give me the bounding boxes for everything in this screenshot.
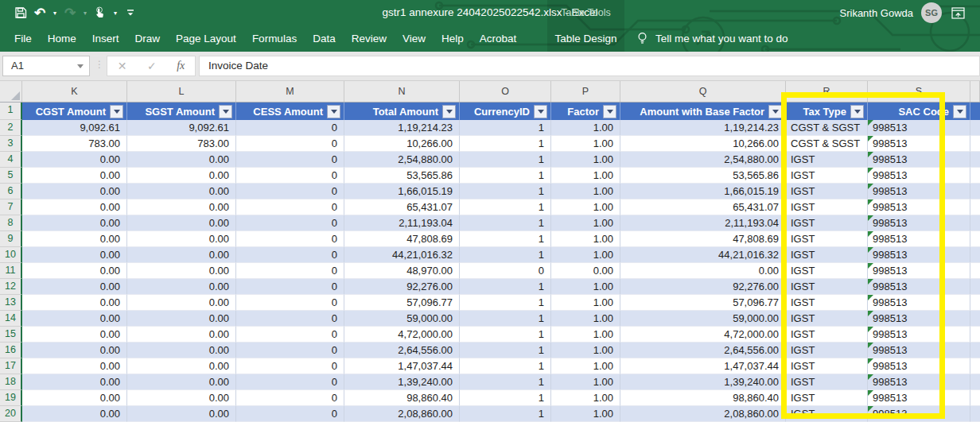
filter-button-N[interactable]: [442, 105, 456, 118]
column-header-S[interactable]: SAC Code: [868, 103, 970, 120]
cell-L16[interactable]: 0.00: [127, 343, 236, 358]
row-header-8[interactable]: 8: [0, 215, 22, 231]
cell-T15[interactable]: [970, 327, 980, 343]
touch-mode-dropdown-caret[interactable]: ▾: [111, 10, 119, 17]
row-header-10[interactable]: 10: [0, 247, 22, 263]
cell-K18[interactable]: 0.00: [22, 374, 127, 390]
cell-T2[interactable]: [970, 120, 980, 136]
cell-S9[interactable]: 998513: [868, 231, 970, 247]
cell-O4[interactable]: 1: [460, 152, 551, 168]
cell-L4[interactable]: 0.00: [127, 152, 236, 168]
cell-K14[interactable]: 0.00: [22, 311, 127, 327]
cell-T18[interactable]: [970, 374, 980, 390]
cell-S19[interactable]: 998513: [868, 390, 970, 406]
cell-Q9[interactable]: 47,808.69: [620, 231, 786, 247]
cell-L8[interactable]: 0.00: [127, 215, 236, 231]
cell-R13[interactable]: IGST: [786, 295, 868, 311]
cell-R16[interactable]: IGST: [786, 343, 868, 358]
filter-button-M[interactable]: [327, 105, 340, 118]
cell-N2[interactable]: 1,19,214.23: [344, 120, 460, 136]
cell-O11[interactable]: 0: [460, 263, 551, 279]
cell-S11[interactable]: 998513: [868, 263, 970, 279]
cell-R4[interactable]: IGST: [786, 152, 868, 168]
cell-L10[interactable]: 0.00: [127, 247, 236, 263]
cell-M12[interactable]: 0: [236, 279, 344, 295]
cell-M11[interactable]: 0: [236, 263, 344, 279]
ribbon-tab-page-layout[interactable]: Page Layout: [168, 25, 244, 52]
cell-P4[interactable]: 1.00: [551, 152, 620, 168]
cell-M14[interactable]: 0: [236, 311, 344, 327]
cell-M8[interactable]: 0: [236, 215, 344, 231]
row-header-4[interactable]: 4: [0, 152, 22, 168]
column-letter-N[interactable]: N: [344, 81, 460, 102]
cell-T16[interactable]: [970, 343, 980, 358]
cell-N20[interactable]: 2,08,860.00: [344, 406, 460, 422]
column-letter-M[interactable]: M: [236, 81, 344, 102]
cell-M16[interactable]: 0: [236, 343, 344, 358]
filter-button-P[interactable]: [603, 105, 616, 118]
cell-O5[interactable]: 1: [460, 168, 551, 184]
cell-R17[interactable]: IGST: [786, 358, 868, 374]
formula-input[interactable]: Invoice Date: [199, 56, 980, 76]
cell-R2[interactable]: CGST & SGST: [786, 120, 868, 136]
cell-M3[interactable]: 0: [236, 136, 344, 152]
cell-T12[interactable]: [970, 279, 980, 295]
cell-N7[interactable]: 65,431.07: [344, 199, 460, 215]
row-header-9[interactable]: 9: [0, 231, 22, 247]
avatar[interactable]: SG: [921, 2, 942, 23]
cell-M17[interactable]: 0: [236, 358, 344, 374]
cell-P16[interactable]: 1.00: [551, 343, 620, 358]
column-letter-L[interactable]: L: [127, 81, 236, 102]
cell-T6[interactable]: [970, 184, 980, 199]
cell-R5[interactable]: IGST: [786, 168, 868, 184]
cell-Q14[interactable]: 59,000.00: [620, 311, 786, 327]
cell-N8[interactable]: 2,11,193.04: [344, 215, 460, 231]
cell-O3[interactable]: 1: [460, 136, 551, 152]
column-letter-S[interactable]: S: [868, 81, 970, 102]
cell-L7[interactable]: 0.00: [127, 199, 236, 215]
column-header-P[interactable]: Factor: [551, 103, 620, 120]
cell-L14[interactable]: 0.00: [127, 311, 236, 327]
cell-O16[interactable]: 1: [460, 343, 551, 358]
cell-T13[interactable]: [970, 295, 980, 311]
row-header-18[interactable]: 18: [0, 374, 22, 390]
cell-O10[interactable]: 1: [460, 247, 551, 263]
cell-L11[interactable]: 0.00: [127, 263, 236, 279]
column-header-partial[interactable]: [970, 103, 980, 120]
row-header-12[interactable]: 12: [0, 279, 22, 295]
cell-T10[interactable]: [970, 247, 980, 263]
cell-L2[interactable]: 9,092.61: [127, 120, 236, 136]
cell-M13[interactable]: 0: [236, 295, 344, 311]
cell-O8[interactable]: 1: [460, 215, 551, 231]
column-header-R[interactable]: Tax Type: [786, 103, 868, 120]
row-header-20[interactable]: 20: [0, 406, 22, 422]
cell-K17[interactable]: 0.00: [22, 358, 127, 374]
cell-R10[interactable]: IGST: [786, 247, 868, 263]
cell-L17[interactable]: 0.00: [127, 358, 236, 374]
cell-S3[interactable]: 998513: [868, 136, 970, 152]
cell-O13[interactable]: 1: [460, 295, 551, 311]
cell-S6[interactable]: 998513: [868, 184, 970, 199]
cell-Q4[interactable]: 2,54,880.00: [620, 152, 786, 168]
cell-N6[interactable]: 1,66,015.19: [344, 184, 460, 199]
cell-Q10[interactable]: 44,21,016.32: [620, 247, 786, 263]
column-letter-K[interactable]: K: [22, 81, 127, 102]
cell-Q6[interactable]: 1,66,015.19: [620, 184, 786, 199]
filter-button-R[interactable]: [850, 105, 864, 118]
cell-L13[interactable]: 0.00: [127, 295, 236, 311]
filter-button-Q[interactable]: [768, 105, 782, 118]
cell-P9[interactable]: 1.00: [551, 231, 620, 247]
cell-P15[interactable]: 1.00: [551, 327, 620, 343]
cell-O9[interactable]: 1: [460, 231, 551, 247]
cell-T5[interactable]: [970, 168, 980, 184]
cell-M4[interactable]: 0: [236, 152, 344, 168]
cell-R14[interactable]: IGST: [786, 311, 868, 327]
cell-K2[interactable]: 9,092.61: [22, 120, 127, 136]
cell-R11[interactable]: IGST: [786, 263, 868, 279]
name-box-dropdown-caret[interactable]: [77, 64, 84, 68]
cell-R18[interactable]: IGST: [786, 374, 868, 390]
enter-icon[interactable]: ✓: [147, 60, 157, 72]
cell-T19[interactable]: [970, 390, 980, 406]
cell-N15[interactable]: 4,72,000.00: [344, 327, 460, 343]
ribbon-tab-home[interactable]: Home: [40, 25, 84, 52]
